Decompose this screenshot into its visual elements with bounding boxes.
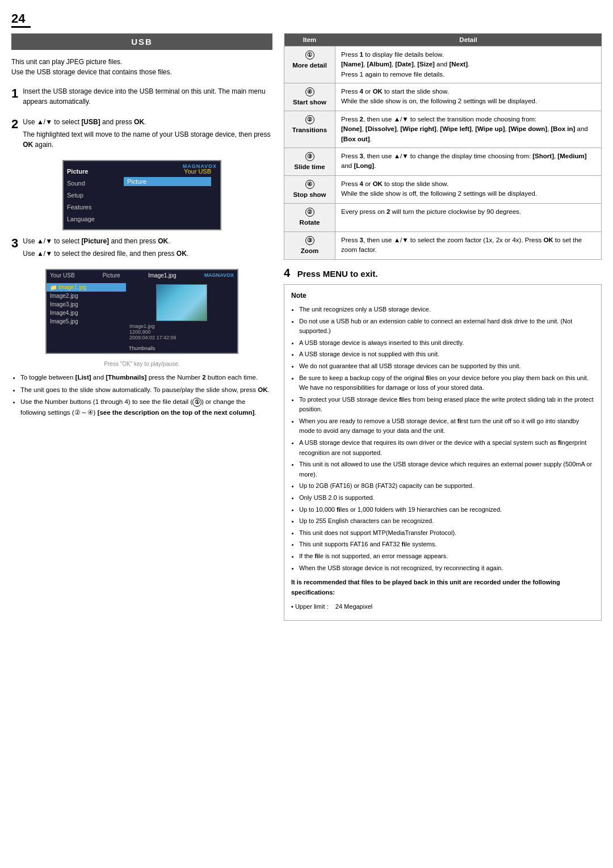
detail-zoom: Press 3, then use ▲/▼ to select the zoom…: [335, 231, 602, 259]
menu-item-features: Features: [67, 201, 111, 213]
thumbnails-label: Thumbnails: [48, 345, 236, 351]
left-column: USB This unit can play JPEG picture file…: [11, 33, 272, 621]
step-1-text: Insert the USB storage device into the U…: [23, 86, 272, 107]
note-item-11: Up to 2GB (FAT16) or 8GB (FAT32) capacit…: [299, 481, 594, 491]
item-zoom: ③ Zoom: [284, 231, 335, 259]
step-1: 1 Insert the USB storage device into the…: [11, 86, 272, 109]
step-2-text2: The highlighted text will move to the na…: [23, 129, 272, 150]
table-header-detail: Detail: [335, 33, 602, 47]
browser-footer: Thumbnails: [47, 344, 237, 353]
fb-path2: Picture: [103, 272, 120, 279]
table-row-slide-time: ③ Slide time Press 3, then use ▲/▼ to ch…: [284, 148, 602, 175]
file-browser-header: Your USB Picture Image1.jpg MAGNAVOX: [47, 270, 237, 281]
bullet-3: Use the Number buttons (1 through 4) to …: [20, 397, 272, 418]
table-row-start-show: ④ Start show Press 4 or OK to start the …: [284, 83, 602, 111]
file-browser-mockup: Your USB Picture Image1.jpg MAGNAVOX 📁 I…: [45, 269, 238, 354]
step-4-text: Press MENU to exit.: [297, 269, 378, 279]
note-spec-title: It is recommended that files to be playe…: [291, 578, 594, 597]
step-1-number: 1: [11, 87, 18, 100]
fb-path1: Your USB: [50, 272, 75, 279]
note-item-2: Do not use a USB hub or an extension cab…: [299, 317, 594, 336]
note-item-10: This unit is not allowed to use the USB …: [299, 460, 594, 479]
table-row-more-detail: ① More detail Press 1 to display file de…: [284, 47, 602, 83]
bullet-2: The unit goes to the slide show automati…: [20, 385, 272, 395]
tv-menu-mockup: MAGNAVOX Picture Sound Setup Features La…: [62, 160, 221, 230]
preview-filename: Image1.jpg: [129, 323, 234, 329]
note-item-8: When you are ready to remove a USB stora…: [299, 416, 594, 436]
item-transitions: ② Transitions: [284, 111, 335, 148]
table-row-transitions: ② Transitions Press 2, then use ▲/▼ to s…: [284, 111, 602, 148]
note-title: Note: [291, 290, 594, 301]
info-table: Item Detail ① More detail Press 1 to dis…: [284, 33, 602, 260]
item-rotate: ② Rotate: [284, 204, 335, 231]
page-number: 24: [11, 11, 31, 28]
note-item-18: When the USB storage device is not recog…: [299, 563, 594, 574]
note-box: Note The unit recognizes only a USB stor…: [284, 284, 602, 621]
file-item-5: Image5.jpg: [47, 317, 126, 326]
detail-start-show: Press 4 or OK to start the slide show. W…: [335, 83, 602, 111]
item-stop-show: ④ Stop show: [284, 176, 335, 204]
preview-image: [156, 284, 207, 321]
file-item-1: 📁 Image1.jpg: [47, 283, 126, 292]
file-item-3: Image3.jpg: [47, 300, 126, 309]
note-item-1: The unit recognizes only a USB storage d…: [299, 305, 594, 315]
step-4-header: 4 Press MENU to exit.: [284, 267, 602, 280]
highlighted-item: Picture: [124, 177, 211, 186]
menu-item-picture: Picture: [67, 166, 111, 178]
file-browser-body: 📁 Image1.jpg Image2.jpg Image3.jpg Image…: [47, 281, 237, 344]
intro-line2: Use the USB storage device that contains…: [11, 68, 272, 76]
table-row-zoom: ③ Zoom Press 3, then use ▲/▼ to select t…: [284, 231, 602, 259]
note-item-9: A USB storage device that requires its o…: [299, 438, 594, 458]
step-3-number: 3: [11, 237, 18, 250]
file-item-4: Image4.jpg: [47, 309, 126, 317]
usb-header: USB: [11, 33, 272, 50]
note-item-13: Up to 10,000 files or 1,000 folders with…: [299, 505, 594, 515]
table-header-item: Item: [284, 33, 335, 47]
bullet-list: To toggle between [List] and [Thumbnails…: [20, 373, 272, 418]
table-row-stop-show: ④ Stop show Press 4 or OK to stop the sl…: [284, 176, 602, 204]
note-item-3: A USB storage device is always inserted …: [299, 338, 594, 348]
step-3: 3 Use ▲/▼ to select [Picture] and then p…: [11, 236, 272, 261]
file-item-2: Image2.jpg: [47, 292, 126, 300]
detail-rotate: Every press on 2 will turn the picture c…: [335, 204, 602, 231]
note-item-4: A USB storage device is not supplied wit…: [299, 349, 594, 360]
note-item-16: This unit supports FAT16 and FAT32 file …: [299, 540, 594, 550]
step-1-content: Insert the USB storage device into the U…: [23, 86, 272, 109]
note-item-5: We do not guarantee that all USB storage…: [299, 361, 594, 372]
note-item-12: Only USB 2.0 is supported.: [299, 493, 594, 503]
file-list: 📁 Image1.jpg Image2.jpg Image3.jpg Image…: [47, 281, 126, 344]
bullet-1: To toggle between [List] and [Thumbnails…: [20, 373, 272, 382]
tv-menu-top: Picture Sound Setup Features Language Yo…: [64, 161, 220, 229]
detail-more-detail: Press 1 to display file details below. […: [335, 47, 602, 83]
step-2-text1: Use ▲/▼ to select [USB] and press OK.: [23, 117, 272, 127]
right-column: Item Detail ① More detail Press 1 to dis…: [284, 33, 602, 621]
ok-key-instruction: Press "OK" key to play/pause.: [11, 360, 272, 368]
note-item-7: To protect your USB storage device files…: [299, 395, 594, 415]
step-2-content: Use ▲/▼ to select [USB] and press OK. Th…: [23, 117, 272, 152]
step-3-text2: Use ▲/▼ to select the desired file, and …: [23, 248, 272, 259]
detail-stop-show: Press 4 or OK to stop the slide show. Wh…: [335, 176, 602, 204]
note-item-17: If the file is not supported, an error m…: [299, 551, 594, 562]
step-4-number: 4: [284, 267, 290, 279]
fb-brand: MAGNAVOX: [204, 272, 234, 279]
note-list: The unit recognizes only a USB storage d…: [299, 305, 594, 573]
tv-menu-right: Your USB Picture: [115, 161, 220, 229]
note-item-14: Up to 255 English characters can be reco…: [299, 516, 594, 526]
step-3-text1: Use ▲/▼ to select [Picture] and then pre…: [23, 236, 272, 246]
step-3-content: Use ▲/▼ to select [Picture] and then pre…: [23, 236, 272, 261]
menu-item-language: Language: [67, 213, 111, 225]
tv-menu-items: Picture Sound Setup Features Language: [64, 161, 115, 229]
item-start-show: ④ Start show: [284, 83, 335, 111]
menu-item-sound: Sound: [67, 178, 111, 189]
preview-date: 2009:04:02 17:42:06: [129, 335, 234, 340]
preview-dimensions: 1200,900: [129, 329, 234, 335]
file-preview-area: Image1.jpg 1200,900 2009:04:02 17:42:06: [126, 281, 237, 344]
note-item-15: This unit does not support MTP(MediaTran…: [299, 528, 594, 538]
intro-line1: This unit can play JPEG picture files.: [11, 58, 272, 66]
step-2-number: 2: [11, 118, 18, 130]
item-slide-time: ③ Slide time: [284, 148, 335, 175]
page-container: 24 USB This unit can play JPEG picture f…: [11, 11, 602, 621]
menu-item-setup: Setup: [67, 189, 111, 201]
note-item-6: Be sure to keep a backup copy of the ori…: [299, 373, 594, 393]
step-2: 2 Use ▲/▼ to select [USB] and press OK. …: [11, 117, 272, 152]
